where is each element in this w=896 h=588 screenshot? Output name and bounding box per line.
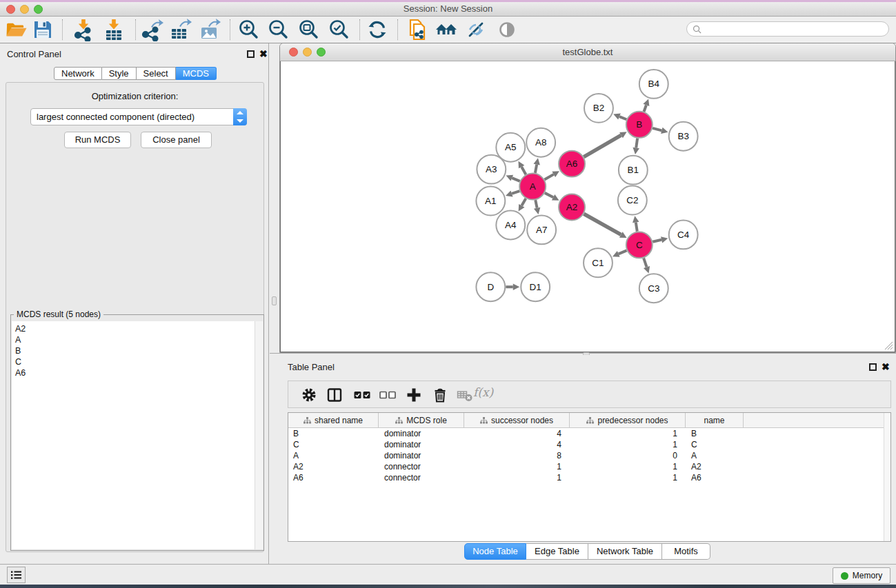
cell[interactable]: A2 [288,461,379,472]
zoom-in-icon[interactable] [237,18,261,41]
result-item[interactable]: A [12,334,263,345]
export-table-icon[interactable] [169,18,192,41]
refresh-icon[interactable] [366,18,389,41]
tab-network[interactable]: Network [54,67,102,80]
vertical-splitter-grip[interactable] [272,296,277,305]
cell[interactable]: 8 [464,450,570,461]
add-row-icon[interactable] [405,386,423,404]
edge-A-A8[interactable] [535,165,537,173]
float-panel-icon[interactable] [247,50,255,58]
edge-C-C2[interactable] [636,223,637,232]
edge-A-A3[interactable] [512,178,520,181]
zoom-window-button[interactable] [34,5,43,14]
table-row[interactable]: A2connector11A2 [288,461,890,472]
cell[interactable]: B [288,428,379,439]
edge-A-A4[interactable] [521,199,526,205]
cell[interactable]: connector [379,461,464,472]
export-network-icon[interactable] [141,18,164,41]
search-input[interactable] [705,24,883,34]
result-item[interactable]: B [12,345,263,356]
column-header-successor-nodes[interactable]: successor nodes [464,413,570,427]
panel-list-button[interactable] [7,567,26,583]
memory-button[interactable]: Memory [833,567,890,584]
tab-motifs[interactable]: Motifs [662,543,710,560]
save-session-icon[interactable] [31,18,54,41]
tab-mcds[interactable]: MCDS [176,67,217,80]
edge-A-A1[interactable] [512,191,519,194]
edge-B-B2[interactable] [619,116,626,119]
result-item[interactable]: A6 [12,367,263,378]
column-header-predecessor-nodes[interactable]: predecessor nodes [570,413,686,427]
result-scrollbar[interactable] [255,321,263,549]
table-scrollbar[interactable] [884,413,890,541]
import-network-icon[interactable] [72,18,95,41]
table-row[interactable]: A6connector11A6 [288,472,890,483]
cell[interactable]: dominator [379,428,464,439]
resize-grip-icon[interactable] [884,341,893,350]
cell[interactable]: dominator [379,439,464,450]
column-header-shared-name[interactable]: shared name [288,413,379,427]
network-canvas[interactable]: B4B2BB3A5A8A6A3B1AA1C2A2A4A7C4CC1C3DD1 [280,61,895,352]
table-row[interactable]: Adominator80A [288,450,890,461]
hide-graphics-icon[interactable] [464,18,488,41]
edge-A2-C[interactable] [584,214,621,234]
show-columns-icon[interactable] [326,386,344,404]
minimize-view-button[interactable] [303,48,312,57]
delete-table-icon[interactable] [456,386,474,404]
cell[interactable]: B [686,428,744,439]
cell[interactable]: C [686,439,744,450]
cell[interactable]: A6 [686,472,744,483]
delete-row-trash-icon[interactable] [431,386,449,404]
result-item[interactable]: A2 [12,323,263,334]
close-panel-button[interactable]: Close panel [141,132,212,148]
minimize-window-button[interactable] [20,5,29,14]
home-views-icon[interactable] [435,18,458,41]
deselect-all-icon[interactable] [379,386,397,404]
tab-select[interactable]: Select [137,67,176,80]
zoom-out-icon[interactable] [267,18,290,41]
table-row[interactable]: Bdominator41B [288,428,890,439]
tab-style[interactable]: Style [102,67,137,80]
close-window-button[interactable] [6,5,15,14]
node-table[interactable]: shared nameMCDS rolesuccessor nodesprede… [288,412,891,542]
cell[interactable]: C [288,439,379,450]
cell[interactable]: 1 [570,461,686,472]
criterion-dropdown[interactable]: largest connected component (directed) [30,108,247,125]
cell[interactable]: 4 [464,428,570,439]
select-all-icon[interactable] [353,386,371,404]
float-table-panel-icon[interactable] [869,363,877,371]
import-table-icon[interactable] [102,18,126,41]
column-header-name[interactable]: name [686,413,744,427]
show-graphics-icon[interactable] [495,18,519,41]
cell[interactable]: 4 [464,439,570,450]
edge-B-B3[interactable] [653,128,661,131]
cell[interactable]: A [288,450,379,461]
tab-edge-table[interactable]: Edge Table [526,543,588,560]
edge-A-A5[interactable] [521,167,526,174]
zoom-selected-icon[interactable] [328,18,351,41]
edge-A-A7[interactable] [535,200,537,208]
cell[interactable]: 0 [570,450,686,461]
tab-network-table[interactable]: Network Table [588,543,662,560]
cell[interactable]: A2 [686,461,744,472]
network-window-titlebar[interactable]: testGlobe.txt [280,43,895,61]
tab-node-table[interactable]: Node Table [464,543,526,560]
cell[interactable]: A [686,450,744,461]
cell[interactable]: 1 [570,472,686,483]
search-field[interactable] [686,21,889,37]
function-builder-fx-icon[interactable]: f(x) [473,385,493,399]
edge-A-A2[interactable] [545,193,553,197]
edge-A6-B[interactable] [584,135,621,157]
zoom-view-button[interactable] [317,48,326,57]
cell[interactable]: 1 [570,428,686,439]
cell[interactable]: connector [379,472,464,483]
edge-C-C1[interactable] [619,250,627,254]
cell[interactable]: 1 [570,439,686,450]
cell[interactable]: A6 [288,472,379,483]
close-table-panel-icon[interactable]: ✖ [882,363,890,371]
close-view-button[interactable] [289,48,298,57]
edge-B-B4[interactable] [644,105,646,112]
edge-A-A6[interactable] [544,174,553,180]
column-header-MCDS-role[interactable]: MCDS role [379,413,464,427]
run-mcds-button[interactable]: Run MCDS [64,132,131,148]
